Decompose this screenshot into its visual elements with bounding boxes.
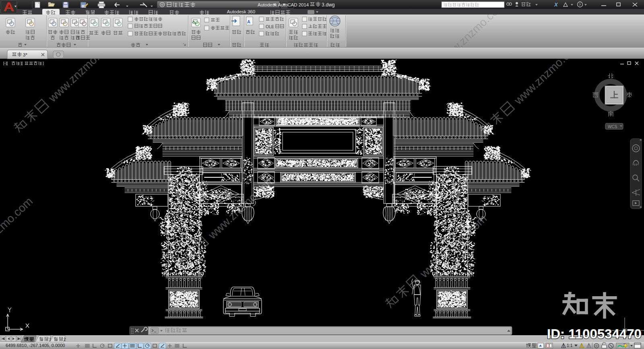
svg-text:6499.6810, -267.1405, 0.0000: 6499.6810, -267.1405, 0.0000 xyxy=(6,343,65,348)
svg-text:[-][: [-][ xyxy=(3,61,8,65)
svg-text:][: ][ xyxy=(21,61,23,65)
svg-text:]: ] xyxy=(43,61,44,65)
svg-text:A: A xyxy=(247,19,250,24)
svg-text:Autodesk AutoCAD 2014: Autodesk AutoCAD 2014 xyxy=(258,2,309,7)
svg-text:?: ? xyxy=(579,3,581,7)
svg-text:X: X xyxy=(554,2,558,8)
svg-text:1:1: 1:1 xyxy=(567,343,573,348)
svg-text:WCS: WCS xyxy=(608,125,617,129)
svg-text:3.dwg: 3.dwg xyxy=(322,2,335,8)
svg-text:ID: 1100534470: ID: 1100534470 xyxy=(547,326,642,341)
svg-text:3*: 3* xyxy=(23,52,27,57)
svg-text:OLE: OLE xyxy=(266,24,274,29)
svg-text:2: 2 xyxy=(64,337,66,342)
svg-text:Autodesk 360: Autodesk 360 xyxy=(227,9,255,14)
